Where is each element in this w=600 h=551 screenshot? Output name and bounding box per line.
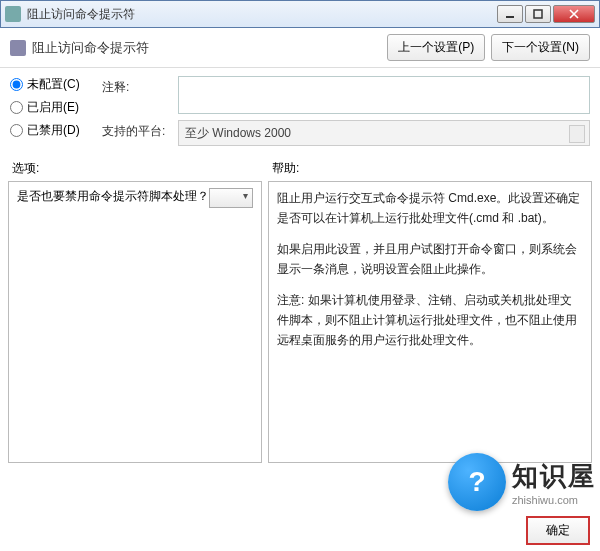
comment-input[interactable] <box>178 76 590 114</box>
svg-rect-0 <box>506 16 514 18</box>
window-controls <box>497 5 595 23</box>
platform-value: 至少 Windows 2000 <box>178 120 590 146</box>
radio-not-configured[interactable]: 未配置(C) <box>10 76 92 93</box>
help-p3: 注意: 如果计算机使用登录、注销、启动或关机批处理文件脚本，则不阻止计算机运行批… <box>277 290 583 351</box>
radio-enabled-label: 已启用(E) <box>27 99 79 116</box>
header-row: 阻止访问命令提示符 上一个设置(P) 下一个设置(N) <box>0 28 600 68</box>
help-label: 帮助: <box>272 160 299 177</box>
close-button[interactable] <box>553 5 595 23</box>
help-p1: 阻止用户运行交互式命令提示符 Cmd.exe。此设置还确定是否可以在计算机上运行… <box>277 188 583 229</box>
next-setting-button[interactable]: 下一个设置(N) <box>491 34 590 61</box>
watermark: ? 知识屋 zhishiwu.com <box>448 453 596 511</box>
mid-labels: 选项: 帮助: <box>0 156 600 179</box>
watermark-icon: ? <box>448 453 506 511</box>
help-p2: 如果启用此设置，并且用户试图打开命令窗口，则系统会显示一条消息，说明设置会阻止此… <box>277 239 583 280</box>
state-radios: 未配置(C) 已启用(E) 已禁用(D) <box>10 76 92 146</box>
maximize-button[interactable] <box>525 5 551 23</box>
options-label: 选项: <box>12 160 272 177</box>
app-icon <box>5 6 21 22</box>
watermark-title: 知识屋 <box>512 459 596 494</box>
svg-rect-1 <box>534 10 542 18</box>
policy-icon <box>10 40 26 56</box>
radio-disabled[interactable]: 已禁用(D) <box>10 122 92 139</box>
policy-title: 阻止访问命令提示符 <box>32 39 149 57</box>
radio-disabled-input[interactable] <box>10 124 23 137</box>
bottom-bar: 确定 <box>526 516 590 545</box>
radio-not-configured-label: 未配置(C) <box>27 76 80 93</box>
script-processing-select[interactable] <box>209 188 253 208</box>
radio-enabled[interactable]: 已启用(E) <box>10 99 92 116</box>
window-title: 阻止访问命令提示符 <box>27 6 497 23</box>
options-question: 是否也要禁用命令提示符脚本处理？ <box>17 189 209 203</box>
prev-setting-button[interactable]: 上一个设置(P) <box>387 34 485 61</box>
config-area: 未配置(C) 已启用(E) 已禁用(D) 注释: 支持的平台: 至少 Windo… <box>0 68 600 156</box>
ok-button[interactable]: 确定 <box>526 516 590 545</box>
radio-not-configured-input[interactable] <box>10 78 23 91</box>
window-titlebar: 阻止访问命令提示符 <box>0 0 600 28</box>
options-panel: 是否也要禁用命令提示符脚本处理？ <box>8 181 262 463</box>
radio-disabled-label: 已禁用(D) <box>27 122 80 139</box>
comment-label: 注释: <box>102 76 172 96</box>
platform-label: 支持的平台: <box>102 120 172 140</box>
help-panel: 阻止用户运行交互式命令提示符 Cmd.exe。此设置还确定是否可以在计算机上运行… <box>268 181 592 463</box>
panels: 是否也要禁用命令提示符脚本处理？ 阻止用户运行交互式命令提示符 Cmd.exe。… <box>0 179 600 469</box>
watermark-url: zhishiwu.com <box>512 494 596 506</box>
minimize-button[interactable] <box>497 5 523 23</box>
radio-enabled-input[interactable] <box>10 101 23 114</box>
